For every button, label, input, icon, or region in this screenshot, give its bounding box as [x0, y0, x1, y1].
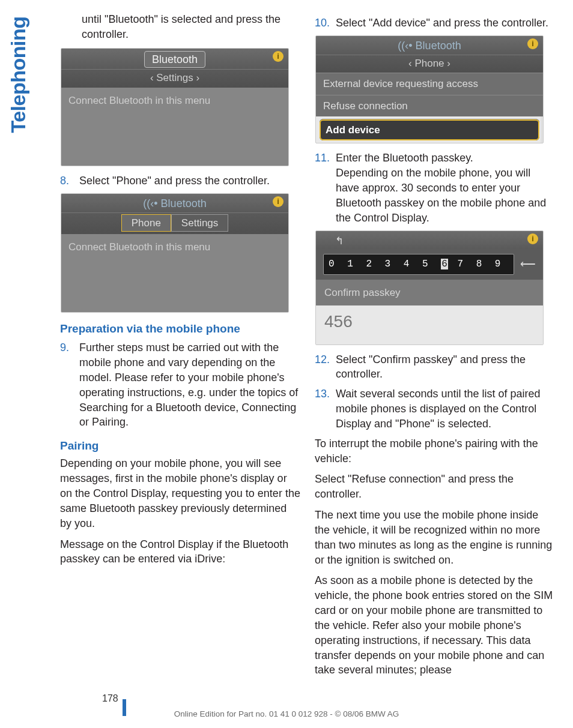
shot1-body: Connect Bluetooth in this menu — [61, 88, 288, 166]
bluetooth-pill: Bluetooth — [144, 51, 205, 68]
digit-highlight: 6 — [441, 259, 448, 269]
interrupt-action: Select "Refuse connection" and press the… — [315, 472, 555, 502]
bt-title: Bluetooth — [416, 40, 461, 52]
screenshot-add-device: ((‹• Bluetooth i ‹ Phone › External devi… — [315, 35, 544, 144]
phone-breadcrumb: ‹ Phone › — [316, 55, 543, 73]
info-icon: i — [527, 233, 538, 244]
shot2-body: Connect Bluetooth in this menu — [61, 234, 288, 312]
settings-breadcrumb: ‹ Settings › — [61, 69, 288, 87]
heading-pairing: Pairing — [60, 438, 300, 454]
pairing-paragraph-1: Depending on your mobile phone, you will… — [60, 456, 300, 531]
tab-settings: Settings — [171, 214, 228, 232]
step-11-number: 11. — [315, 151, 330, 225]
step-8-text: Select "Phone" and press the controller. — [79, 173, 300, 188]
step-13-number: 13. — [315, 387, 330, 431]
info-icon: i — [273, 51, 283, 62]
screenshot-passkey-entry: ↰ i 0 1 2 3 4 5 6 7 8 9 ⟵ Confirm passke… — [315, 230, 544, 345]
intro-text: until "Bluetooth" is selected and press … — [60, 12, 300, 42]
step-11a-text: Enter the Bluetooth passkey. — [336, 152, 473, 164]
digit-selector: 0 1 2 3 4 5 6 7 8 9 — [323, 254, 514, 274]
step-11b-text: Depending on the mobile phone, you will … — [336, 167, 546, 223]
entered-passkey: 456 — [316, 305, 543, 344]
row-external-device: External device requesting access — [316, 73, 543, 94]
info-icon: i — [527, 38, 538, 49]
info-icon: i — [273, 196, 283, 207]
side-tab: Telephoning — [0, 0, 34, 132]
tab-phone: Phone — [121, 214, 171, 232]
pairing-paragraph-2: Message on the Control Display if the Bl… — [60, 537, 300, 567]
step-10-text: Select "Add device" and press the contro… — [336, 16, 555, 31]
screenshot-phone-tab: ((‹• Bluetooth i Phone Settings Connect … — [61, 193, 289, 313]
back-icon: ↰ — [327, 235, 344, 247]
footer-line: Online Edition for Part no. 01 41 0 012 … — [0, 709, 573, 718]
interrupt-intro: To interrupt the mobile phone's pairing … — [315, 436, 555, 466]
step-8-number: 8. — [60, 173, 73, 188]
step-12-number: 12. — [315, 352, 330, 382]
bt-prefix-icon: ((‹• — [398, 40, 415, 52]
bt-prefix-icon: ((‹• — [143, 197, 160, 209]
screenshot-bluetooth-settings: Bluetooth i ‹ Settings › Connect Bluetoo… — [61, 48, 289, 166]
step-9-number: 9. — [60, 340, 73, 430]
confirm-passkey-label: Confirm passkey — [316, 280, 543, 305]
step-12-text: Select "Confirm passkey" and press the c… — [336, 352, 555, 382]
as-soon-paragraph: As soon as a mobile phone is detected by… — [315, 573, 555, 678]
side-tab-label: Telephoning — [7, 17, 30, 149]
row-add-device: Add device — [320, 119, 539, 140]
bt-title: Bluetooth — [161, 197, 207, 209]
backspace-icon: ⟵ — [520, 257, 536, 272]
next-time-paragraph: The next time you use the mobile phone i… — [315, 508, 555, 567]
heading-preparation: Preparation via the mobile phone — [60, 321, 300, 337]
step-9-text: Further steps must be carried out with t… — [79, 340, 300, 430]
step-13-text: Wait several seconds until the list of p… — [336, 387, 555, 431]
right-column: 10. Select "Add device" and press the co… — [315, 12, 555, 684]
page-number: 178 — [102, 693, 118, 704]
row-refuse-connection: Refuse connection — [316, 95, 543, 116]
step-10-number: 10. — [315, 16, 330, 31]
left-column: until "Bluetooth" is selected and press … — [60, 12, 300, 684]
